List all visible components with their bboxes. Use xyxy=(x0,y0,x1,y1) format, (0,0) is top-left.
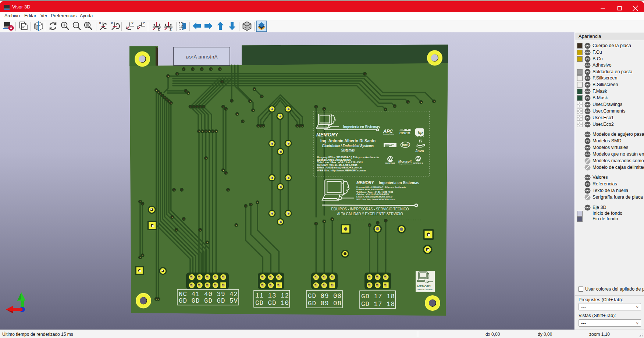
svg-text:X: X xyxy=(111,21,113,25)
svg-text:MICROCHIP: MICROCHIP xyxy=(385,163,395,164)
svg-text:GD 09 08: GD 09 08 xyxy=(308,300,342,307)
svg-text:Celular: +54-11-15-4-569-9685: Celular: +54-11-15-4-569-9685 xyxy=(317,164,357,166)
svg-text:Y: Y xyxy=(131,21,134,25)
svg-text:ALTA CALIDAD Y EXCELENTE SERVI: ALTA CALIDAD Y EXCELENTE SERVICIO xyxy=(337,211,403,216)
svg-text:GD 09 08: GD 09 08 xyxy=(308,292,342,300)
svg-text:EQUIPOS - IMPRESORAS - SERVICI: EQUIPOS - IMPRESORAS - SERVICIO TECNICO xyxy=(331,207,409,211)
svg-text:Ingeniería en Sistemas: Ingeniería en Sistemas xyxy=(343,124,380,129)
svg-text:Sistemas: Sistemas xyxy=(341,148,355,152)
svg-text:GD 17 18: GD 17 18 xyxy=(361,300,395,308)
svg-text:11 13 12: 11 13 12 xyxy=(255,292,289,299)
svg-text:MEMORY: MEMORY xyxy=(316,132,339,138)
svg-text:MOTOROLA: MOTOROLA xyxy=(413,163,423,164)
svg-text:Legendary Reliability: Legendary Reliability xyxy=(383,134,394,135)
svg-text:Z: Z xyxy=(170,28,172,31)
svg-text:intel: intel xyxy=(402,143,408,147)
svg-text:MEMORY: MEMORY xyxy=(356,180,374,185)
svg-text:Y: Y xyxy=(143,21,145,25)
svg-text:CISCO.: CISCO. xyxy=(399,131,412,135)
svg-text:EMail: AADiSanto@MEMORY.com.ar: EMail: AADiSanto@MEMORY.com.ar xyxy=(317,166,362,169)
svg-text:WEB Site: http://www.MEMORY.co: WEB Site: http://www.MEMORY.com.ar xyxy=(317,169,366,172)
svg-text:Microsoft: Microsoft xyxy=(398,160,412,163)
svg-text:Ingeniería en Sistemas: Ingeniería en Sistemas xyxy=(379,180,419,185)
svg-text:Java: Java xyxy=(415,149,424,153)
svg-text:Your potential. Our passion.: Your potential. Our passion. xyxy=(399,163,413,165)
svg-text:+54-11-15-4-569-9685: +54-11-15-4-569-9685 xyxy=(417,289,433,291)
svg-text:Teléfono / Fax: +54-11-4-228-4: Teléfono / Fax: +54-11-4-228-4561 xyxy=(317,161,363,164)
svg-text:X: X xyxy=(99,21,101,25)
svg-text:GD GD GD GD 5V: GD GD GD GD 5V xyxy=(179,297,238,305)
svg-text:GD 17 18: GD 17 18 xyxy=(361,293,395,300)
svg-text:Ing. Antonio Alberto Di Santo: Ing. Antonio Alberto Di Santo xyxy=(320,138,376,143)
svg-text:Electrónica / Embedded Systems: Electrónica / Embedded Systems xyxy=(322,143,374,148)
svg-text:WEB Site: http://www.MEMORY.co: WEB Site: http://www.MEMORY.com.ar xyxy=(356,198,396,200)
svg-text:hp: hp xyxy=(418,130,423,135)
svg-text:Antenna Area: Antenna Area xyxy=(186,54,217,60)
svg-text:GD GD 10: GD GD 10 xyxy=(255,299,289,307)
svg-text:Z: Z xyxy=(158,28,160,31)
svg-text:MEMORY: MEMORY xyxy=(417,285,431,288)
